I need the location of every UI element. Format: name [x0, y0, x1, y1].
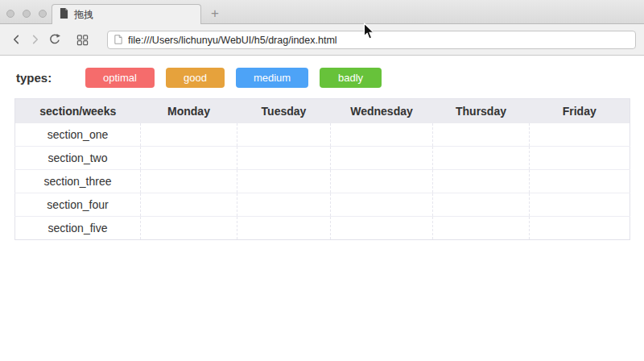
- drop-cell[interactable]: [237, 123, 331, 147]
- page-icon: [114, 33, 122, 48]
- drop-cell[interactable]: [433, 147, 530, 170]
- drop-cell[interactable]: [141, 217, 237, 240]
- section-label-cell: section_five: [15, 217, 141, 240]
- drop-cell[interactable]: [331, 217, 433, 240]
- section-label-cell: section_two: [15, 147, 141, 170]
- drop-cell[interactable]: [530, 123, 630, 147]
- url-text: file:///Users/lichunyu/WebUI/h5/drag/ind…: [128, 35, 337, 46]
- col-header-section-weeks: section/weeks: [15, 99, 141, 123]
- col-header-wednesday: Wednesday: [331, 99, 433, 123]
- drop-cell[interactable]: [141, 193, 237, 217]
- forward-button[interactable]: [27, 24, 43, 55]
- table-row: section_five: [15, 217, 630, 240]
- forward-icon: [31, 35, 39, 44]
- col-header-thursday: Thursday: [433, 99, 530, 123]
- drop-cell[interactable]: [530, 170, 630, 193]
- drop-cell[interactable]: [141, 147, 237, 170]
- close-window-button[interactable]: [6, 10, 14, 18]
- drop-cell[interactable]: [237, 217, 331, 240]
- col-header-friday: Friday: [530, 99, 630, 123]
- drop-cell[interactable]: [331, 147, 433, 170]
- reload-button[interactable]: [47, 24, 63, 55]
- zoom-window-button[interactable]: [39, 10, 47, 18]
- drop-cell[interactable]: [530, 217, 630, 240]
- browser-window: 拖拽 +: [0, 0, 644, 240]
- browser-toolbar: file:///Users/lichunyu/WebUI/h5/drag/ind…: [0, 24, 644, 56]
- drop-cell[interactable]: [331, 170, 433, 193]
- section-label-cell: section_four: [15, 193, 141, 217]
- header-row: section/weeks Monday Tuesday Wednesday T…: [15, 99, 630, 123]
- new-tab-button[interactable]: +: [204, 4, 225, 23]
- page-content: types: optimal good medium badly section…: [0, 56, 644, 240]
- drop-cell[interactable]: [141, 170, 237, 193]
- drop-cell[interactable]: [433, 217, 530, 240]
- window-controls: [6, 10, 47, 18]
- mouse-cursor: [363, 23, 375, 40]
- drop-cell[interactable]: [141, 123, 237, 147]
- types-row: types: optimal good medium badly: [0, 68, 644, 88]
- drop-cell[interactable]: [331, 123, 433, 147]
- section-label-cell: section_three: [15, 170, 141, 193]
- table-row: section_two: [15, 147, 630, 170]
- type-button-badly[interactable]: badly: [320, 68, 382, 88]
- tab-title: 拖拽: [74, 8, 93, 22]
- tab-favicon-icon: [60, 7, 68, 22]
- drop-cell[interactable]: [530, 193, 630, 217]
- table-row: section_three: [15, 170, 630, 193]
- grid-icon: [76, 34, 89, 46]
- table-row: section_one: [15, 123, 630, 147]
- back-icon: [12, 35, 21, 44]
- drop-cell[interactable]: [237, 193, 331, 217]
- drop-cell[interactable]: [237, 147, 331, 170]
- schedule-table: section/weeks Monday Tuesday Wednesday T…: [14, 98, 630, 240]
- type-button-optimal[interactable]: optimal: [85, 68, 155, 88]
- col-header-monday: Monday: [141, 99, 237, 123]
- browser-tab[interactable]: 拖拽: [52, 4, 201, 24]
- drop-cell[interactable]: [331, 193, 433, 217]
- drop-cell[interactable]: [433, 170, 530, 193]
- type-button-good[interactable]: good: [166, 68, 225, 88]
- types-label: types:: [16, 71, 85, 85]
- tab-overview-button[interactable]: [74, 24, 90, 55]
- col-header-tuesday: Tuesday: [237, 99, 331, 123]
- drop-cell[interactable]: [433, 193, 530, 217]
- type-button-medium[interactable]: medium: [236, 68, 308, 88]
- tab-bar: 拖拽 +: [0, 0, 644, 24]
- reload-icon: [48, 33, 61, 46]
- drop-cell[interactable]: [237, 170, 331, 193]
- drop-cell[interactable]: [530, 147, 630, 170]
- drop-cell[interactable]: [433, 123, 530, 147]
- back-button[interactable]: [8, 24, 24, 55]
- section-label-cell: section_one: [15, 123, 141, 147]
- table-row: section_four: [15, 193, 630, 217]
- minimize-window-button[interactable]: [23, 10, 31, 18]
